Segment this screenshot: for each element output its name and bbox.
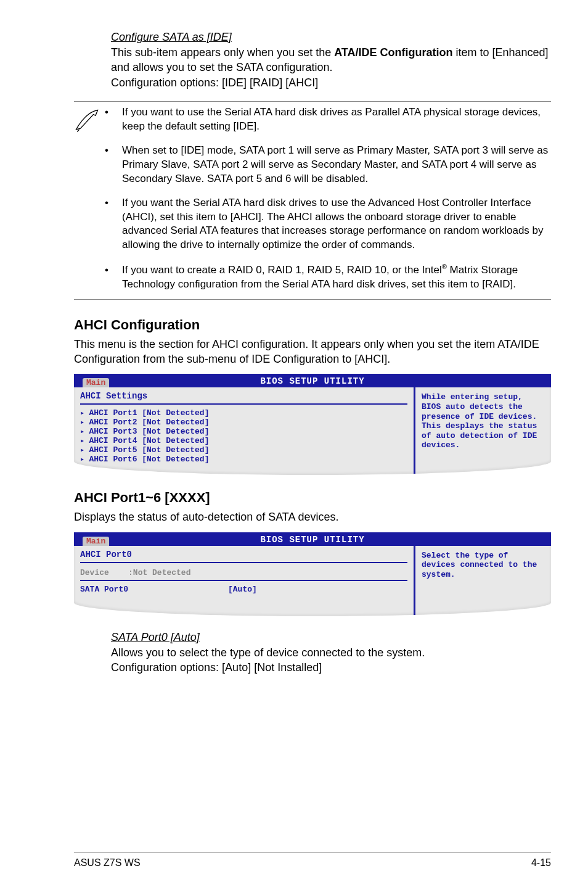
footer-product: ASUS Z7S WS — [74, 857, 141, 868]
ahci-config-paragraph: This menu is the section for AHCI config… — [74, 337, 551, 367]
bios2-help-text: Select the type of devices connected to … — [422, 551, 545, 580]
sata-port0-line1: Allows you to select the type of device … — [111, 645, 551, 660]
note-pencil-icon — [74, 105, 105, 292]
para-text-bold: ATA/IDE Configuration — [334, 46, 452, 59]
registered-symbol: ® — [442, 263, 447, 270]
bios2-title: BIOS SETUP UTILITY — [260, 535, 364, 545]
bios1-panel-title: AHCI Settings — [80, 390, 407, 402]
page-footer: ASUS Z7S WS 4-15 — [74, 852, 551, 868]
bios2-sata-row: SATA Port0 [Auto] — [80, 585, 407, 594]
configure-sata-options: Configuration options: [IDE] [RAID] [AHC… — [111, 75, 551, 90]
bios1-title: BIOS SETUP UTILITY — [260, 376, 364, 386]
bios2-sata-label: SATA Port0 — [80, 585, 228, 594]
ahci-port-heading: AHCI Port1~6 [XXXX] — [74, 490, 551, 506]
bios2-panel-title: AHCI Port0 — [80, 548, 407, 561]
sata-port0-heading: SATA Port0 [Auto] — [111, 631, 551, 644]
configure-sata-heading: Configure SATA as [IDE] — [111, 31, 551, 44]
bios2-device-value: :Not Detected — [128, 568, 190, 577]
bios1-tab: Main — [83, 378, 109, 387]
configure-sata-paragraph: This sub-item appears only when you set … — [111, 45, 551, 75]
bios1-item: AHCI Port1 [Not Detected] — [80, 408, 407, 418]
bios-screenshot-1: BIOS SETUP UTILITY Main AHCI Settings AH… — [74, 374, 551, 475]
note-item-3: If you want the Serial ATA hard disk dri… — [105, 196, 551, 253]
note-item-4: If you want to create a RAID 0, RAID 1, … — [105, 262, 551, 292]
bios1-item: AHCI Port3 [Not Detected] — [80, 427, 407, 436]
para-text-a: This sub-item appears only when you set … — [111, 46, 334, 59]
note-item-2: When set to [IDE] mode, SATA port 1 will… — [105, 144, 551, 186]
bios2-tab: Main — [83, 537, 109, 546]
bios2-device-label: Device — [80, 568, 109, 577]
ahci-config-heading: AHCI Configuration — [74, 317, 551, 333]
footer-page-number: 4-15 — [531, 857, 551, 868]
ahci-port-paragraph: Displays the status of auto-detection of… — [74, 510, 551, 524]
bios1-help-text: While entering setup, BIOS auto detects … — [422, 392, 545, 450]
bios2-device-row: Device :Not Detected — [80, 567, 407, 579]
bios1-item: AHCI Port2 [Not Detected] — [80, 418, 407, 427]
note-block: If you want to use the Serial ATA hard d… — [74, 101, 551, 300]
bios-screenshot-2: BIOS SETUP UTILITY Main AHCI Port0 Devic… — [74, 532, 551, 616]
note-item-1: If you want to use the Serial ATA hard d… — [105, 105, 551, 134]
bios1-item: AHCI Port6 [Not Detected] — [80, 455, 407, 464]
bios1-item: AHCI Port5 [Not Detected] — [80, 445, 407, 455]
bios2-sata-value: [Auto] — [228, 585, 257, 594]
note4-prefix: If you want to create a RAID 0, RAID 1, … — [122, 264, 442, 276]
sata-port0-line2: Configuration options: [Auto] [Not Insta… — [111, 660, 551, 675]
bios1-item: AHCI Port4 [Not Detected] — [80, 436, 407, 445]
